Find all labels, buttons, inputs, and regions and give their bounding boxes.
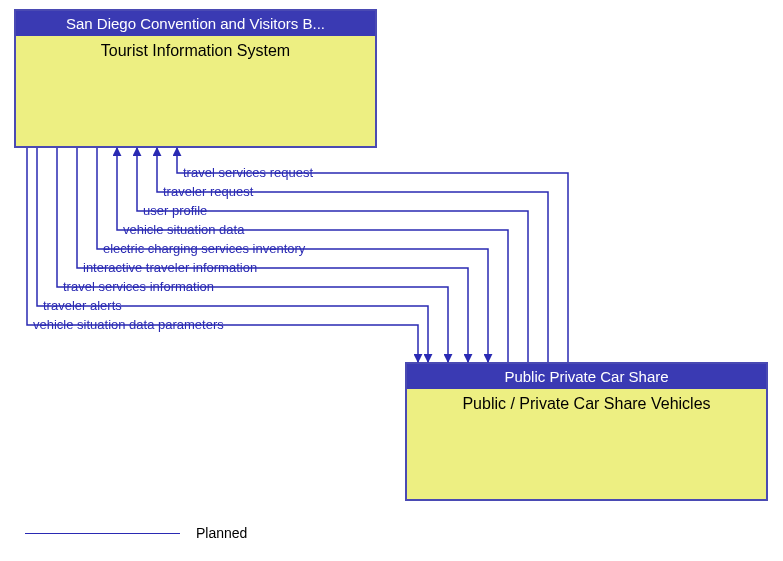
entity-body-car-share: Public / Private Car Share Vehicles <box>407 389 766 419</box>
flow-label-interactive-traveler-info: interactive traveler information <box>83 260 257 275</box>
entity-body-tourist-info: Tourist Information System <box>16 36 375 66</box>
flow-label-electric-charging: electric charging services inventory <box>103 241 305 256</box>
entity-header-car-share: Public Private Car Share <box>407 364 766 389</box>
flow-label-travel-services-info: travel services information <box>63 279 214 294</box>
flow-label-user-profile: user profile <box>143 203 207 218</box>
entity-box-car-share: Public Private Car Share Public / Privat… <box>405 362 768 501</box>
entity-box-tourist-info: San Diego Convention and Visitors B... T… <box>14 9 377 148</box>
entity-header-tourist-info: San Diego Convention and Visitors B... <box>16 11 375 36</box>
legend-line-planned <box>25 533 180 534</box>
legend-label-planned: Planned <box>196 525 247 541</box>
flow-label-traveler-alerts: traveler alerts <box>43 298 122 313</box>
flow-label-traveler-request: traveler request <box>163 184 253 199</box>
flow-label-travel-services-request: travel services request <box>183 165 313 180</box>
flow-label-vehicle-situation-data: vehicle situation data <box>123 222 244 237</box>
flow-label-vehicle-situation-params: vehicle situation data parameters <box>33 317 224 332</box>
